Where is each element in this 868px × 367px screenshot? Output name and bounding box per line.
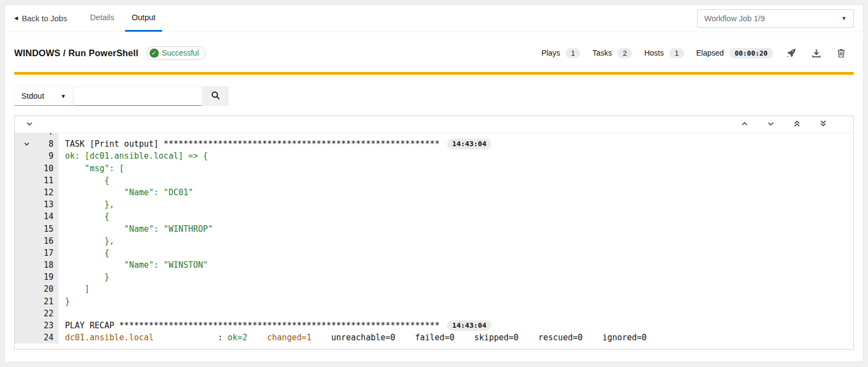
double-chevron-up-icon xyxy=(793,119,801,129)
stat-tasks-value: 2 xyxy=(617,48,632,58)
line-number: 12 xyxy=(44,188,53,197)
line-content: "Name": "WINSTON" xyxy=(58,259,208,271)
line-content: { xyxy=(58,247,109,259)
stdout-segment: } xyxy=(65,271,109,283)
chevron-down-icon: ▼ xyxy=(61,93,66,99)
scroll-to-top-button[interactable] xyxy=(788,117,806,131)
line-number-gutter: 10 xyxy=(15,163,58,175)
trash-icon xyxy=(837,49,846,58)
line-number-gutter: 7 xyxy=(15,133,58,138)
console-line-15: 15 "Name": "WINTHROP" xyxy=(15,223,853,235)
line-content: } xyxy=(58,296,70,308)
check-circle-icon: ✓ xyxy=(150,49,159,58)
scroll-down-button[interactable] xyxy=(762,117,780,131)
workflow-job-select[interactable]: Workflow Job 1/9 ▼ xyxy=(697,9,854,28)
page-title: WINDOWS / Run PowerShell xyxy=(14,48,139,58)
console-line-18: 18 "Name": "WINSTON" xyxy=(15,259,853,271)
line-number-gutter: 14 xyxy=(15,210,58,222)
output-filter-value: Stdout xyxy=(21,92,44,100)
line-content: dc01.ansible.local : ok=2 changed=1 unre… xyxy=(58,332,647,344)
stat-hosts-label: Hosts xyxy=(644,49,664,57)
line-content: "Name": "DC01" xyxy=(58,186,193,198)
line-number-gutter: 8 xyxy=(15,138,58,150)
double-chevron-down-icon xyxy=(819,119,827,129)
console-line-16: 16 }, xyxy=(15,235,853,247)
line-content xyxy=(58,308,65,320)
stat-plays-label: Plays xyxy=(542,49,560,57)
back-caret-icon: ◀ xyxy=(14,16,18,21)
console-line-24: 24dc01.ansible.local : ok=2 changed=1 un… xyxy=(15,332,853,344)
line-number-gutter: 16 xyxy=(15,235,58,247)
stdout-console: 78TASK [Print output] ******************… xyxy=(15,133,853,349)
status-badge: ✓ Successful xyxy=(146,46,206,60)
line-content xyxy=(58,133,65,138)
line-number: 24 xyxy=(44,333,53,342)
delete-button[interactable] xyxy=(829,45,854,61)
job-header: WINDOWS / Run PowerShell ✓ Successful Pl… xyxy=(5,34,863,72)
search-input[interactable] xyxy=(73,86,202,106)
line-number: 18 xyxy=(44,260,53,270)
console-line-11: 11 { xyxy=(15,175,853,186)
line-number: 23 xyxy=(44,321,53,330)
line-number-gutter: 19 xyxy=(15,271,58,283)
line-number-gutter: 24 xyxy=(15,332,58,344)
line-number-gutter: 15 xyxy=(15,223,58,235)
stdout-segment: PLAY RECAP *****************************… xyxy=(65,320,439,332)
output-toolbar xyxy=(15,116,853,133)
search-row: Stdout ▼ xyxy=(14,86,854,106)
output-filter-select[interactable]: Stdout ▼ xyxy=(14,86,73,106)
stdout-segment: unreachable=0 failed=0 skipped=0 rescued… xyxy=(312,332,647,344)
stat-tasks: Tasks 2 xyxy=(592,48,632,58)
job-stats: Plays 1 Tasks 2 Hosts 1 Elapsed 00:00:20 xyxy=(542,48,773,58)
line-number-gutter: 13 xyxy=(15,198,58,210)
console-line-19: 19 } xyxy=(15,271,853,283)
line-content: ] xyxy=(58,283,90,295)
chevron-down-icon xyxy=(26,120,33,129)
tab-bar: ◀ Back to Jobs Details Output Workflow J… xyxy=(5,5,863,32)
stat-elapsed-label: Elapsed xyxy=(696,49,724,57)
job-status-bar xyxy=(14,72,854,75)
download-button[interactable] xyxy=(804,45,829,61)
console-line-10: 10 "msg": [ xyxy=(15,163,853,175)
stat-plays: Plays 1 xyxy=(542,48,580,58)
line-number: 11 xyxy=(44,176,53,185)
tab-details-label: Details xyxy=(90,13,114,22)
tab-output[interactable]: Output xyxy=(125,5,162,32)
stat-elapsed: Elapsed 00:00:20 xyxy=(696,48,773,58)
console-line-12: 12 "Name": "DC01" xyxy=(15,186,853,198)
stdout-segment: ] xyxy=(65,283,90,295)
console-line-14: 14 { xyxy=(15,210,853,222)
stdout-segment: "Name": "DC01" xyxy=(65,186,193,198)
scroll-up-button[interactable] xyxy=(735,117,754,131)
line-number: 21 xyxy=(44,297,53,306)
collapse-line-icon[interactable] xyxy=(21,138,32,150)
stat-hosts-value: 1 xyxy=(669,48,684,58)
stdout-segment: ok=2 xyxy=(228,332,247,344)
expand-collapse-all-button[interactable] xyxy=(20,117,39,131)
job-actions xyxy=(778,45,854,61)
job-output-page: ◀ Back to Jobs Details Output Workflow J… xyxy=(0,0,868,367)
workflow-job-select-value: Workflow Job 1/9 xyxy=(704,14,765,23)
console-line-20: 20 ] xyxy=(15,283,853,295)
line-content: "Name": "WINTHROP" xyxy=(58,223,213,235)
download-icon xyxy=(812,49,821,58)
line-content: { xyxy=(58,175,109,186)
chevron-up-icon xyxy=(741,120,748,129)
line-content: } xyxy=(58,271,109,283)
console-line-21: 21} xyxy=(15,296,853,308)
line-number: 13 xyxy=(44,200,53,209)
stdout-segment: { xyxy=(65,247,109,259)
stdout-segment: "Name": "WINSTON" xyxy=(65,259,208,271)
relaunch-button[interactable] xyxy=(778,45,804,61)
line-number-gutter: 21 xyxy=(15,296,58,308)
line-number: 7 xyxy=(49,133,53,137)
job-card: ◀ Back to Jobs Details Output Workflow J… xyxy=(4,4,864,362)
search-button[interactable] xyxy=(202,86,229,106)
tab-details[interactable]: Details xyxy=(84,5,121,32)
back-to-jobs-link[interactable]: ◀ Back to Jobs xyxy=(14,5,67,32)
line-content: ok: [dc01.ansible.local] => { xyxy=(58,150,208,162)
scroll-to-bottom-button[interactable] xyxy=(814,117,833,131)
console-line-9: 9ok: [dc01.ansible.local] => { xyxy=(15,150,853,162)
line-number: 19 xyxy=(44,272,53,282)
line-content: TASK [Print output] ********************… xyxy=(58,138,491,150)
